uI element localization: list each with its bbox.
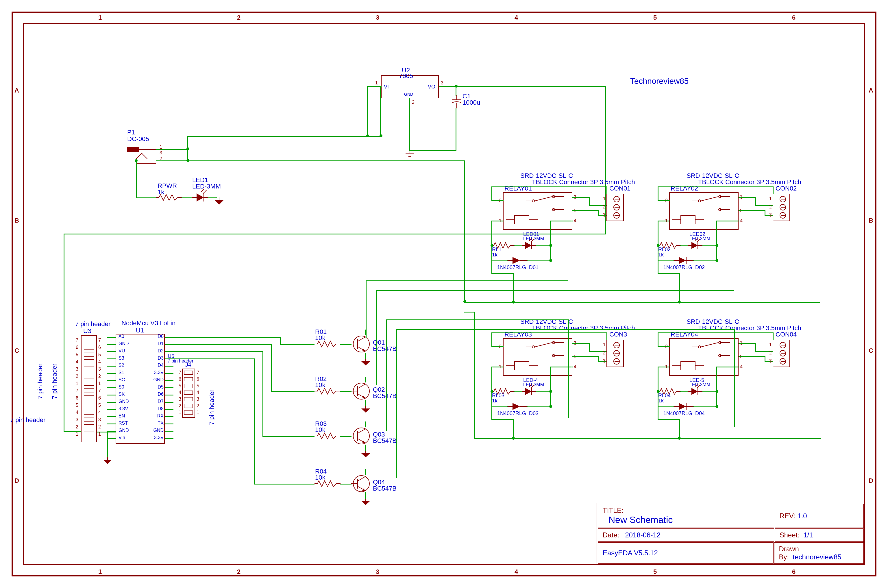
header-pin: [84, 410, 94, 414]
mcu-pin-right: D7: [150, 399, 164, 404]
r-val: 10k: [315, 334, 325, 342]
grid-row-d-r: D: [868, 477, 873, 484]
grid-row-b-r: B: [868, 217, 873, 224]
mcu-pin-right: 3.3V: [150, 435, 164, 440]
rl-val: 1k: [492, 398, 498, 404]
grid-col-6-top: 6: [792, 14, 795, 21]
tb-date: 2018-06-12: [625, 531, 660, 539]
grid-row-b-l: B: [15, 217, 19, 224]
grid-col-1-bot: 1: [98, 568, 102, 576]
svg-line-54: [535, 196, 552, 201]
svg-rect-0: [127, 147, 139, 152]
header-pin: [84, 345, 94, 350]
tb-sheet: 1/1: [803, 531, 813, 539]
led-type: LED-3MM: [689, 236, 710, 242]
diode-icon: [674, 401, 694, 412]
mcu-pin-left: Vin: [118, 435, 125, 440]
mcu-pin-left: 3.3V: [118, 406, 128, 411]
mcu-pin-left: EN: [118, 413, 125, 418]
svg-rect-51: [514, 215, 529, 224]
mcu-pin-left: VU: [118, 348, 125, 354]
svg-marker-146: [692, 388, 698, 395]
con-ref: CON02: [776, 185, 796, 192]
header-pin: [84, 381, 94, 386]
gnd-icon: [102, 457, 113, 465]
dc-type: DC-005: [127, 135, 149, 143]
transistor-icon: [351, 381, 372, 401]
tb-date-label: Date:: [603, 531, 619, 539]
grid-col-1-top: 1: [98, 14, 102, 21]
mcu-pin-left: GND: [118, 399, 129, 404]
svg-rect-129: [681, 362, 695, 370]
svg-marker-26: [362, 362, 370, 365]
header-pin: [184, 390, 193, 394]
dc-jack-icon: [127, 142, 162, 165]
con-ref: CON3: [609, 331, 627, 338]
d-ref: D02: [695, 264, 705, 271]
grid-col-4-top: 4: [514, 14, 518, 21]
svg-rect-77: [681, 215, 695, 224]
gnd-icon: [214, 198, 224, 206]
relay-ref: RELAY03: [504, 331, 532, 338]
grid-col-2-bot: 2: [237, 568, 240, 576]
tb-sheet-label: Sheet:: [780, 531, 800, 539]
mcu-pin-right: D5: [150, 384, 164, 390]
header-pin: [84, 388, 94, 393]
mcu-pin-left: S0: [118, 384, 124, 390]
header-pin: [184, 411, 193, 414]
led1-type: LED-3MM: [192, 183, 221, 190]
branding-text: Technoreview85: [630, 76, 688, 86]
gnd-icon: [360, 406, 371, 414]
svg-marker-50: [362, 501, 370, 505]
diode-icon: [507, 255, 528, 266]
gnd-icon: [360, 359, 371, 366]
header-pin: [84, 396, 94, 400]
mcu-ref: U1: [136, 327, 144, 334]
svg-marker-68: [525, 242, 532, 249]
header-pin: [184, 404, 193, 408]
side-text-l1: 7 pin header: [36, 364, 44, 399]
transistor-icon: [351, 426, 372, 446]
grid-row-c-l: C: [15, 347, 19, 354]
mcu-pin-left: S3: [118, 356, 124, 361]
side-text-r: 7 pin header: [208, 390, 216, 425]
header-pin: [184, 377, 193, 381]
relay-ref: RELAY01: [504, 185, 532, 192]
mcu-pin-right: D0: [150, 334, 164, 339]
svg-marker-100: [679, 257, 686, 264]
mcu-pin-left: A0: [118, 334, 124, 339]
svg-line-46: [358, 476, 366, 481]
u3-type: 7 pin header: [75, 320, 110, 328]
grid-row-d-l: D: [15, 477, 19, 484]
svg-line-14: [203, 190, 207, 194]
mcu-pin-right: TX: [150, 421, 164, 426]
grid-col-4-bot: 4: [514, 568, 518, 576]
svg-marker-42: [362, 453, 370, 458]
relay-ref: RELAY04: [670, 331, 698, 338]
svg-marker-94: [692, 242, 698, 249]
wire: [156, 160, 188, 161]
reg-vi: VI: [384, 84, 389, 90]
mcu-pin-left: GND: [118, 428, 129, 433]
diode-icon: [674, 255, 694, 266]
tb-rev-label: REV:: [780, 512, 795, 520]
mcu-pin-right: D1: [150, 341, 164, 346]
svg-marker-10: [196, 194, 204, 201]
transistor-icon: [351, 334, 372, 354]
header-pin: [84, 352, 94, 357]
mcu-pin-right: RX: [150, 413, 164, 418]
d-type: 1N4007RLG: [663, 411, 692, 417]
u3-ref: U3: [83, 327, 92, 335]
mcu-pin-right: GND: [150, 377, 164, 382]
led-type: LED-3MM: [689, 382, 710, 387]
r-val: 10k: [315, 381, 325, 389]
led-type: LED-3MM: [523, 236, 544, 242]
svg-marker-120: [525, 388, 532, 395]
mcu-pin-left: RST: [118, 421, 128, 426]
title-block: TITLE: New Schematic REV: 1.0 Date: 2018…: [597, 503, 865, 565]
svg-marker-16: [215, 200, 224, 205]
gnd-icon: [360, 499, 371, 506]
led-icon: [192, 189, 210, 206]
capacitor-icon: [451, 95, 462, 110]
mcu-pin-right: D2: [150, 348, 164, 354]
